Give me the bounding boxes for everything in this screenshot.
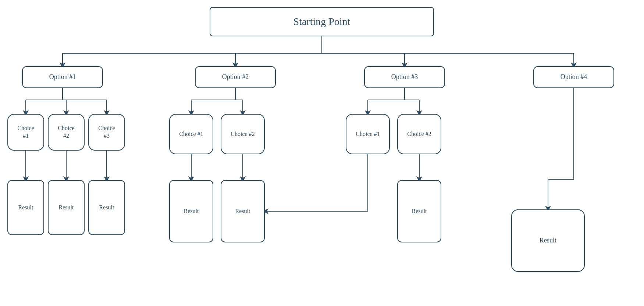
result2-1-node: Result [169,180,213,242]
option2-node: Option #2 [195,66,276,88]
result1-2-node: Result [48,180,85,235]
diagram: Starting Point Option #1 Option #2 Optio… [0,0,644,306]
option1-node: Option #1 [22,66,103,88]
result2-2-node: Result [221,180,265,242]
choice1-1-node: Choice#1 [7,114,44,151]
option3-node: Option #3 [364,66,445,88]
result3-2-node: Result [397,180,441,242]
option4-node: Option #4 [533,66,614,88]
result1-3-node: Result [88,180,125,235]
choice2-1-node: Choice #1 [169,114,213,154]
choice2-2-node: Choice #2 [221,114,265,154]
result1-1-node: Result [7,180,44,235]
choice1-2-node: Choice#2 [48,114,85,151]
result4-node: Result [511,209,585,272]
start-node: Starting Point [210,7,434,36]
choice1-3-node: Choice#3 [88,114,125,151]
choice3-2-node: Choice #2 [397,114,441,154]
choice3-1-node: Choice #1 [346,114,390,154]
